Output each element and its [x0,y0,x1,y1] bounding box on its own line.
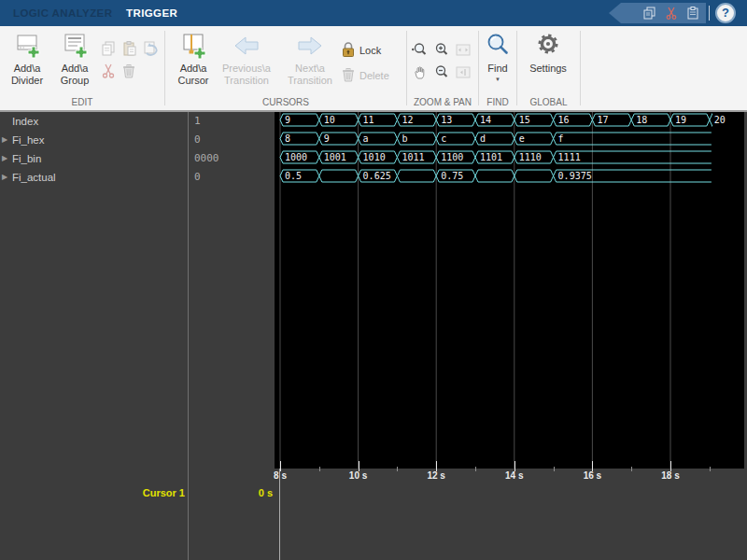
bus-segment-label: 9 [285,115,290,125]
button-label: Add\a [62,63,89,75]
zoom-in-icon[interactable] [432,41,451,60]
copy-icon[interactable] [642,6,657,21]
tab-logic-analyzer[interactable]: LOGIC ANALYZER [13,0,112,26]
bus-segment [319,170,359,182]
bus-segment-label: 1000 [285,152,307,162]
button-label: Previous\a [222,63,271,75]
toolbar-section-zoom-pan: ZOOM & PAN [407,26,478,110]
paste-special-icon[interactable] [141,39,160,58]
bus-segment-label: 18 [636,115,647,125]
waveform-panel: Index ▶ Fi_hex ▶ Fi_bin ▶ Fi_actual 1 0 … [0,110,747,560]
bus-segment-label: 17 [597,115,608,125]
add-cursor-button[interactable]: Add\a Cursor [172,29,215,87]
delete-button[interactable]: Delete [359,70,389,81]
bus-segment-label: 9 [324,133,330,144]
bus-segment-label: 0.75 [441,171,463,181]
signal-value: 0 [189,168,275,187]
toolbar-section-find: Find ▼ FIND [479,26,516,110]
toolbar: Add\a Divider Add\a Group [0,26,747,110]
help-button[interactable]: ? [715,3,736,23]
bus-segment-label: 1111 [558,152,581,162]
bus-segment-label: f [558,133,564,144]
bus-segment-label: 14 [480,115,491,125]
section-label-edit: EDIT [0,97,164,107]
delete-trash-icon[interactable] [339,65,358,84]
logic-analyzer-window: LOGIC ANALYZER TRIGGER ? Add\a Divi [0,0,747,560]
waveform-canvas[interactable]: 9101112131415161718192089abcdef100010011… [275,112,744,469]
find-icon [485,29,511,63]
signal-row-fi-actual[interactable]: ▶ Fi_actual [0,168,188,187]
bus-segment [397,170,436,182]
bus-segment-label: 16 [558,115,570,125]
time-tick-label: 10 s [338,470,379,481]
add-cursor-icon [179,29,207,63]
divider [580,31,581,105]
bus-segment-label: 1010 [363,152,386,162]
signal-value: 0000 [189,149,275,168]
signal-values-column: 1 0 0000 0 [189,112,275,187]
bus-segment-label: e [519,133,525,144]
signal-names-column: Index ▶ Fi_hex ▶ Fi_bin ▶ Fi_actual [0,112,188,187]
time-tick-label: 18 s [650,470,691,481]
find-button[interactable]: Find ▼ [482,29,514,82]
cursor-1-label[interactable]: Cursor 1 [0,487,185,498]
signal-row-fi-bin[interactable]: ▶ Fi_bin [0,149,188,168]
arrow-left-icon [233,29,261,63]
settings-button[interactable]: Settings [522,29,574,75]
bus-segment-label: 19 [675,115,686,125]
add-group-button[interactable]: Add\a Group [54,29,95,87]
expander-icon[interactable]: ▶ [2,168,7,187]
add-divider-button[interactable]: Add\a Divider [2,29,52,87]
button-label: Cursor [177,75,208,87]
button-label: Next\a [295,63,325,75]
minor-tick [319,467,320,471]
cursor-1-value[interactable]: 0 s [189,487,273,498]
minor-tick [710,467,711,471]
trash-icon[interactable] [120,62,138,80]
button-label: Add\a [180,63,207,75]
paste-icon[interactable] [120,39,139,58]
bus-segment-label: d [480,133,486,144]
tab-trigger[interactable]: TRIGGER [126,0,177,26]
lock-icon[interactable] [339,40,358,59]
cut-icon[interactable] [99,62,118,80]
cut-icon[interactable] [664,6,679,21]
bus-segment [710,114,712,126]
next-transition-button[interactable]: Next\a Transition [281,29,339,87]
bus-segment-label: 0.625 [363,171,391,181]
bus-segment [475,170,514,182]
signal-row-fi-hex[interactable]: ▶ Fi_hex [0,131,188,149]
copy-icon[interactable] [99,39,118,58]
zoom-out-icon[interactable] [432,63,451,82]
fit-to-view-icon[interactable] [454,41,472,60]
minor-tick [397,467,398,471]
time-tick-label: 16 s [571,470,613,481]
bus-segment-label: b [402,133,407,144]
bus-segment-label: 1101 [480,152,502,162]
bus-segment-label: 1011 [402,152,424,162]
paste-icon[interactable] [685,6,700,21]
previous-transition-button[interactable]: Previous\a Transition [218,29,275,87]
gear-icon [535,29,561,63]
button-label: Transition [288,75,332,87]
button-label: Divider [11,75,43,87]
bus-segment-label: 0.5 [285,171,302,181]
toolbar-section-edit: Add\a Divider Add\a Group [0,26,164,110]
chevron-down-icon: ▼ [495,77,500,82]
bus-segment-label: 10 [324,115,335,125]
lock-button[interactable]: Lock [359,45,381,56]
bus-segment [514,170,554,182]
bus-segment-label: 1100 [441,152,463,162]
pan-icon[interactable] [410,63,429,82]
waveform-plot[interactable]: 9101112131415161718192089abcdef100010011… [275,112,744,469]
minor-tick [475,467,476,471]
zoom-to-cursor-icon[interactable] [454,63,472,82]
bus-segment-label: c [441,133,446,144]
zoom-in-time-icon[interactable] [410,41,429,60]
cursor-1-line[interactable] [279,469,280,560]
expander-icon[interactable]: ▶ [2,131,7,149]
signal-row-index[interactable]: Index [0,112,188,131]
section-label-find: FIND [479,97,516,107]
expander-icon[interactable]: ▶ [2,149,7,168]
minor-tick [554,467,555,471]
